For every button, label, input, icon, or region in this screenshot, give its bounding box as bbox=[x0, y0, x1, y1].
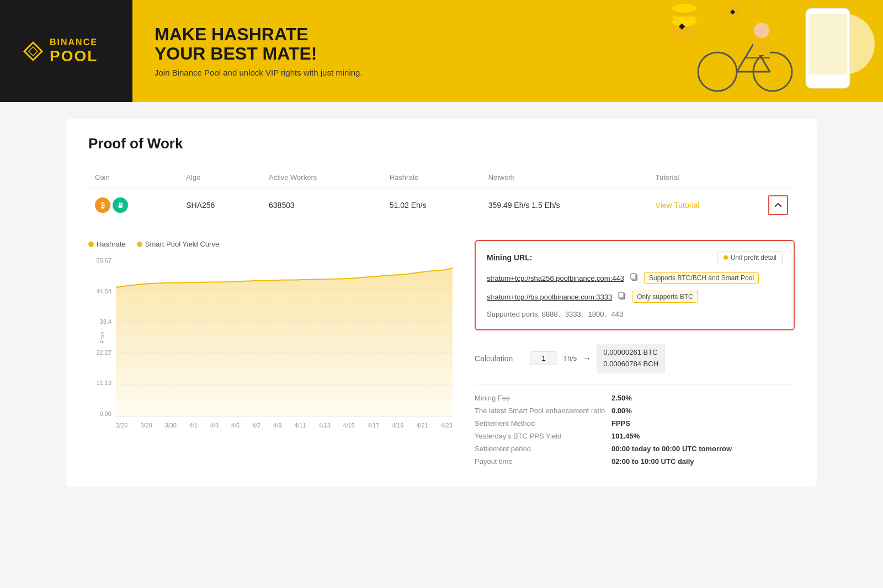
x-label-3: 4/1 bbox=[189, 422, 198, 429]
btc-icon: ₿ bbox=[95, 197, 110, 213]
mining-panel: Mining URL: Unit profit detail stratum+t… bbox=[475, 240, 795, 470]
mining-url-2[interactable]: stratum+tcp://bs.poolbinance.com:3333 bbox=[487, 293, 612, 301]
calculation-section: Calculation Th/s → 0.00000261 BTC 0.0006… bbox=[475, 344, 795, 373]
col-header-network: Network bbox=[482, 168, 649, 188]
hashrate-cell: 51.02 Eh/s bbox=[383, 188, 482, 223]
logo-text: BINANCE POOL bbox=[50, 38, 98, 65]
x-label-14: 4/23 bbox=[440, 422, 452, 429]
svg-rect-5 bbox=[808, 14, 847, 74]
settlement-method-row: Settlement Method FPPS bbox=[475, 419, 795, 427]
copy-url1-button[interactable] bbox=[630, 272, 639, 284]
col-header-active-workers: Active Workers bbox=[262, 168, 383, 188]
supported-ports-value: 8888、3333、1800、443 bbox=[542, 310, 623, 318]
mining-url-1[interactable]: stratum+tcp://sha256.poolbinance.com:443 bbox=[487, 274, 624, 282]
banner: BINANCE POOL MAKE HASHRATE YOUR BEST MAT… bbox=[0, 0, 883, 102]
chart-legend: Hashrate Smart Pool Yield Curve bbox=[88, 240, 453, 248]
mining-url-row-1: stratum+tcp://sha256.poolbinance.com:443… bbox=[487, 272, 783, 284]
pow-table: Coin Algo Active Workers Hashrate Networ… bbox=[88, 168, 795, 223]
banner-headline-line1: MAKE HASHRATE bbox=[155, 24, 308, 44]
svg-point-23 bbox=[751, 1, 761, 10]
calc-input[interactable] bbox=[530, 351, 557, 365]
mining-url-label: Mining URL: bbox=[487, 253, 532, 262]
x-label-13: 4/21 bbox=[416, 422, 428, 429]
y-label-4: 11.13 bbox=[96, 379, 111, 386]
y-label-0: 55.67 bbox=[96, 257, 111, 264]
unit-profit-button[interactable]: Unit profit detail bbox=[717, 251, 783, 264]
banner-illustration: ◆ ◆ bbox=[651, 0, 883, 102]
info-rows: Mining Fee 2.50% The latest Smart Pool e… bbox=[475, 394, 795, 466]
expand-row-button[interactable] bbox=[768, 195, 788, 215]
calc-bch-result: 0.00060784 BCH bbox=[603, 359, 658, 370]
settlement-method-value: FPPS bbox=[611, 419, 630, 427]
y-label-1: 44.54 bbox=[96, 288, 111, 295]
x-label-0: 3/26 bbox=[116, 422, 127, 429]
mining-fee-value: 2.50% bbox=[611, 394, 632, 402]
calc-arrow-icon: → bbox=[582, 354, 591, 364]
y-label-5: 0.00 bbox=[100, 410, 111, 417]
col-header-algo: Algo bbox=[179, 168, 262, 188]
svg-point-19 bbox=[672, 4, 696, 13]
chart-section: Hashrate Smart Pool Yield Curve 55.67 44… bbox=[88, 240, 795, 470]
unit-profit-dot-icon bbox=[724, 255, 728, 260]
page-title: Proof of Work bbox=[88, 135, 795, 152]
svg-rect-2 bbox=[29, 47, 37, 55]
divider bbox=[475, 384, 795, 385]
btc-pps-label: Yesterday's BTC PPS Yield bbox=[475, 432, 607, 440]
svg-text:◆: ◆ bbox=[730, 8, 736, 15]
copy-url2-button[interactable] bbox=[618, 291, 626, 302]
settlement-period-label: Settlement period bbox=[475, 445, 607, 453]
payout-time-label: Payout time bbox=[475, 457, 607, 466]
payout-time-row: Payout time 02:00 to 10:00 UTC daily bbox=[475, 457, 795, 466]
active-workers-cell: 638503 bbox=[262, 188, 383, 223]
x-label-2: 3/30 bbox=[164, 422, 176, 429]
smart-pool-legend-dot bbox=[137, 242, 142, 247]
col-header-hashrate: Hashrate bbox=[383, 168, 482, 188]
banner-logo-area: BINANCE POOL bbox=[0, 0, 132, 102]
payout-time-value: 02:00 to 10:00 UTC daily bbox=[611, 457, 694, 466]
mining-url-row-2: stratum+tcp://bs.poolbinance.com:3333 On… bbox=[487, 291, 783, 303]
supported-ports: Supported ports: 8888、3333、1800、443 bbox=[487, 309, 783, 319]
btc-pps-row: Yesterday's BTC PPS Yield 101.45% bbox=[475, 432, 795, 440]
col-header-coin: Coin bbox=[88, 168, 179, 188]
svg-point-12 bbox=[754, 23, 769, 38]
x-label-5: 4/5 bbox=[231, 422, 240, 429]
chart-x-labels: 3/26 3/28 3/30 4/1 4/3 4/5 4/7 4/9 4/11 … bbox=[116, 417, 453, 434]
x-label-9: 4/13 bbox=[318, 422, 330, 429]
view-tutorial-button[interactable]: View Tutorial bbox=[656, 201, 700, 210]
coin-icons: ₿ Ƀ bbox=[95, 197, 173, 213]
mining-fee-row: Mining Fee 2.50% bbox=[475, 394, 795, 402]
calc-result: 0.00000261 BTC 0.00060784 BCH bbox=[597, 344, 665, 373]
legend-hashrate: Hashrate bbox=[88, 240, 126, 248]
y-label-3: 22.27 bbox=[96, 349, 111, 356]
mining-fee-label: Mining Fee bbox=[475, 394, 607, 402]
logo-pool-label: POOL bbox=[50, 47, 98, 65]
svg-rect-13 bbox=[753, 39, 770, 55]
logo-binance-label: BINANCE bbox=[50, 38, 98, 47]
x-label-7: 4/9 bbox=[273, 422, 281, 429]
supported-ports-label: Supported ports: bbox=[487, 310, 540, 318]
table-row: ₿ Ƀ SHA256 638503 51.02 Eh/s 359.49 Eh/s… bbox=[88, 188, 795, 223]
legend-smart-pool-label: Smart Pool Yield Curve bbox=[145, 240, 219, 248]
svg-rect-33 bbox=[619, 292, 624, 298]
x-label-4: 4/3 bbox=[210, 422, 219, 429]
x-label-12: 4/19 bbox=[392, 422, 403, 429]
x-label-1: 3/28 bbox=[140, 422, 152, 429]
col-header-tutorial: Tutorial bbox=[649, 168, 762, 188]
x-label-10: 4/15 bbox=[343, 422, 355, 429]
btc-pps-value: 101.45% bbox=[611, 432, 640, 440]
svg-rect-31 bbox=[631, 274, 636, 279]
svg-text:◆: ◆ bbox=[678, 22, 685, 30]
chevron-up-icon bbox=[774, 201, 782, 209]
smart-pool-value: 0.00% bbox=[611, 407, 632, 415]
y-label-2: 33.4 bbox=[100, 318, 111, 325]
calc-unit: Th/s bbox=[563, 354, 577, 362]
smart-pool-row: The latest Smart Pool enhancement ratio … bbox=[475, 407, 795, 415]
chart-svg bbox=[116, 257, 453, 417]
binance-logo: BINANCE POOL bbox=[22, 38, 98, 65]
binance-diamond-icon bbox=[22, 40, 44, 62]
x-label-11: 4/17 bbox=[368, 422, 379, 429]
calc-label: Calculation bbox=[475, 354, 524, 363]
main-content: Proof of Work Coin Algo Active Workers H… bbox=[66, 119, 817, 487]
settlement-period-value: 00:00 today to 00:00 UTC tomorrow bbox=[611, 445, 732, 453]
legend-hashrate-label: Hashrate bbox=[97, 240, 126, 248]
